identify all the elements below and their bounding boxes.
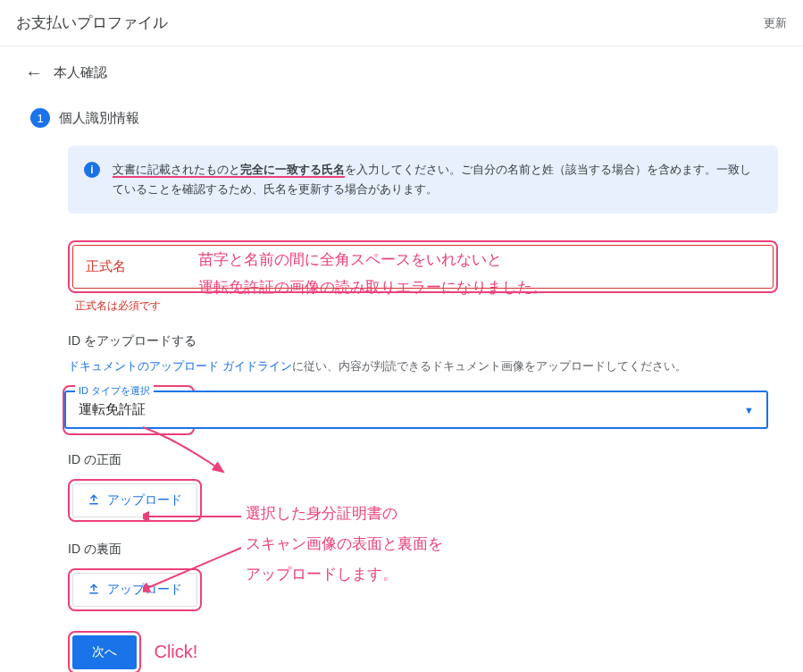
annotation-name-hint: 苗字と名前の間に全角スペースをいれないと 運転免許証の画像の読み取りエラーになり… (198, 247, 548, 301)
upload-front-highlight: アップロード (68, 479, 202, 522)
info-text: 文書に記載されたものと完全に一致する氏名を入力してください。ご自分の名前と姓（該… (113, 160, 762, 199)
upload-icon (88, 493, 100, 508)
guideline-link[interactable]: ドキュメントのアップロード ガイドライン (68, 359, 292, 373)
upload-front-button[interactable]: アップロード (72, 483, 197, 517)
section-title: 個人識別情報 (59, 110, 139, 127)
id-type-select[interactable]: ID タイプを選択 運転免許証 ▼ (64, 391, 768, 429)
update-link[interactable]: 更新 (764, 15, 787, 31)
upload-back-label: アップロード (107, 582, 182, 598)
info-banner: i 文書に記載されたものと完全に一致する氏名を入力してください。ご自分の名前と姓… (68, 146, 778, 214)
upload-back-button[interactable]: アップロード (72, 573, 197, 607)
id-type-legend: ID タイプを選択 (75, 384, 154, 398)
annotation-upload-hint: 選択した身分証明書の スキャン画像の表面と裏面を アップロードします。 (246, 499, 443, 590)
upload-guideline-text: ドキュメントのアップロード ガイドラインに従い、内容が判読できるドキュメント画像… (68, 358, 778, 374)
click-annotation: Click! (154, 642, 197, 662)
id-front-label: ID の正面 (68, 452, 778, 468)
breadcrumb-title: 本人確認 (54, 64, 107, 81)
upload-icon (88, 583, 100, 598)
info-icon: i (84, 162, 100, 178)
dropdown-arrow-icon: ▼ (744, 405, 754, 416)
upload-back-highlight: アップロード (68, 568, 202, 611)
upload-heading: ID をアップロードする (68, 333, 778, 349)
upload-front-label: アップロード (107, 492, 182, 508)
legal-name-label: 正式名 (86, 258, 126, 273)
breadcrumb: ← 本人確認 (0, 46, 803, 99)
back-arrow-icon[interactable]: ← (25, 63, 43, 83)
step-number-badge: 1 (30, 108, 50, 128)
next-button[interactable]: 次へ (72, 635, 137, 669)
id-type-value: 運転免許証 (79, 401, 146, 418)
next-button-highlight: 次へ (68, 631, 141, 672)
page-title: お支払いプロファイル (16, 13, 168, 33)
